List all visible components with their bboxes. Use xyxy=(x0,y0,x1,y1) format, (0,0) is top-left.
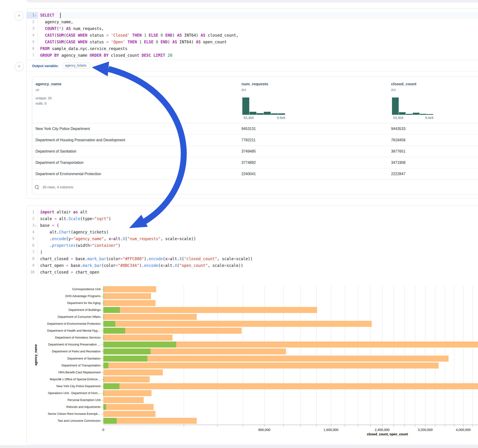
histogram-bar xyxy=(413,113,419,115)
histogram-bar xyxy=(399,112,406,115)
code-line[interactable]: 1import altair as alt xyxy=(27,209,478,216)
code-line[interactable]: 1∨SELECT xyxy=(27,12,478,19)
table-row[interactable]: Department of Transportation377489234719… xyxy=(32,157,478,168)
code-line-text: scale = alt.Scale(type="sqrt") xyxy=(40,216,111,222)
histogram-bar xyxy=(427,114,433,115)
add-cell-button-top[interactable]: + xyxy=(14,11,24,20)
column-stat: nulls: 0 xyxy=(36,101,47,105)
code-line[interactable]: 7) xyxy=(27,249,478,255)
histogram-min-label: 53,304 xyxy=(393,116,403,120)
code-line-text: agency_name, xyxy=(40,19,73,25)
search-icon[interactable] xyxy=(35,185,39,189)
histogram-bar xyxy=(250,112,256,115)
line-number: 9 xyxy=(27,262,38,269)
table-cell: 7618456 xyxy=(391,134,405,146)
table-dimensions-label: 20 rows, 4 columns xyxy=(42,185,73,189)
code-line-text: GROUP BY agency_name ORDER BY closed_cou… xyxy=(40,52,172,59)
mini-histogram xyxy=(242,97,285,115)
code-line-text: chart_open = base.mark_bar(color="#8BC34… xyxy=(40,262,243,269)
code-line[interactable]: 10chart_closed + chart_open xyxy=(27,269,478,276)
fold-chevron-icon[interactable]: ∨ xyxy=(35,12,37,19)
code-line-text: FROM sample_data.nyc.service_requests xyxy=(40,45,127,52)
column-header-agency_name[interactable]: agency_name xyxy=(36,82,61,87)
column-type: i64 xyxy=(391,88,396,92)
output-variable-bar: Output variable: agency_tickets xyxy=(27,60,478,72)
code-line[interactable]: 3∨base = ( xyxy=(27,222,478,229)
column-type: str xyxy=(36,88,39,92)
histogram-bar xyxy=(264,112,271,115)
code-line-text: .encode(y="agency_name", x=alt.X("num_re… xyxy=(40,236,196,242)
code-line-text: import altair as alt xyxy=(40,209,87,216)
line-number: 4 xyxy=(27,32,38,39)
line-number: 6 xyxy=(27,45,38,52)
histogram-bar xyxy=(392,98,399,115)
add-cell-button-output[interactable]: + xyxy=(14,62,24,71)
column-type: i64 xyxy=(241,88,246,92)
code-line-text: .properties(width="container") xyxy=(40,242,120,249)
code-line[interactable]: 6 .properties(width="container") xyxy=(27,242,478,249)
table-cell: Department of Housing Preservation and D… xyxy=(36,134,125,146)
line-number: 8 xyxy=(27,255,38,262)
table-cell: 3471908 xyxy=(391,157,405,168)
output-variable-badge[interactable]: agency_tickets xyxy=(63,63,90,69)
table-cell: 3677651 xyxy=(391,146,405,157)
table-cell: Department of Environmental Protection xyxy=(36,168,101,180)
table-cell: 2240041 xyxy=(241,168,256,180)
column-header-closed_count[interactable]: closed_count xyxy=(391,82,416,87)
table-cell: 9453131 xyxy=(241,123,256,134)
line-number: 6 xyxy=(27,242,38,249)
line-number: 10 xyxy=(27,269,38,276)
line-number: 3 xyxy=(27,25,38,32)
histogram-bar xyxy=(242,98,249,115)
code-line[interactable]: 2 agency_name, xyxy=(27,19,478,25)
histogram-bar xyxy=(420,114,426,115)
table-row[interactable]: Department of Environmental Protection22… xyxy=(32,168,478,180)
previous-cell-bottom-edge xyxy=(26,0,478,2)
line-number: 2 xyxy=(27,19,38,25)
mini-histogram xyxy=(392,97,434,115)
fold-chevron-icon[interactable]: ∨ xyxy=(35,222,37,229)
line-number: 7 xyxy=(27,249,38,255)
code-line-text: CAST(SUM(CASE WHEN status = 'Open' THEN … xyxy=(40,39,227,45)
page-bottom-strip xyxy=(0,445,478,448)
code-line[interactable]: 8chart_closed = base.mark_bar(color="#FF… xyxy=(27,255,478,262)
table-cell: 2222847 xyxy=(391,168,405,180)
code-line[interactable]: 2scale = alt.Scale(type="sqrt") xyxy=(27,216,478,222)
line-number: 7 xyxy=(27,52,38,59)
results-table: agency_namestrunique: 20nulls: 0num_requ… xyxy=(32,76,478,194)
code-line-text: COUNT(*) AS num_requests, xyxy=(40,25,104,32)
code-line[interactable]: 7GROUP BY agency_name ORDER BY closed_co… xyxy=(27,52,478,59)
column-header-num_requests[interactable]: num_requests xyxy=(241,82,268,87)
code-line[interactable]: 4 CAST(SUM(CASE WHEN status = 'Closed' T… xyxy=(27,32,478,39)
table-row[interactable]: New York City Police Department945313194… xyxy=(32,123,478,135)
table-row[interactable]: Department of Sanitation37494853677651 xyxy=(32,146,478,157)
code-line-text: SELECT xyxy=(40,12,54,19)
table-header: agency_namestrunique: 20nulls: 0num_requ… xyxy=(32,77,478,123)
histogram-bar xyxy=(406,114,413,115)
python-cell: 1import altair as alt2scale = alt.Scale(… xyxy=(26,205,478,445)
code-line[interactable]: 6FROM sample_data.nyc.service_requests xyxy=(27,45,478,52)
histogram-min-label: 53,304 xyxy=(244,116,254,120)
histogram-max-label: 9.4e6 xyxy=(420,116,434,120)
table-row[interactable]: Department of Housing Preservation and D… xyxy=(32,134,478,146)
table-cell: 3774892 xyxy=(241,157,256,168)
table-cell: Department of Transportation xyxy=(36,157,83,168)
table-cell: Department of Sanitation xyxy=(36,146,76,157)
table-cell: 3749485 xyxy=(241,146,256,157)
table-cell: New York City Police Department xyxy=(36,123,90,134)
output-variable-label: Output variable: xyxy=(32,64,59,68)
code-line[interactable]: 5 .encode(y="agency_name", x=alt.X("num_… xyxy=(27,236,478,242)
sql-code-editor[interactable]: 1∨SELECT2 agency_name,3 COUNT(*) AS num_… xyxy=(27,12,478,59)
code-line[interactable]: 4 alt.Chart(agency_tickets) xyxy=(27,229,478,236)
line-number: 4 xyxy=(27,229,38,236)
code-line[interactable]: 9chart_open = base.mark_bar(color="#8BC3… xyxy=(27,262,478,269)
line-number: 5 xyxy=(27,39,38,45)
code-line[interactable]: 3 COUNT(*) AS num_requests, xyxy=(27,25,478,32)
histogram-bar xyxy=(278,113,285,115)
code-line-text: base = ( xyxy=(40,222,59,229)
code-line[interactable]: 5 CAST(SUM(CASE WHEN status = 'Open' THE… xyxy=(27,39,478,45)
line-number: 2 xyxy=(27,216,38,222)
table-cell: 9443533 xyxy=(391,123,405,134)
python-code-editor[interactable]: 1import altair as alt2scale = alt.Scale(… xyxy=(27,209,478,276)
histogram-bar xyxy=(271,113,278,115)
